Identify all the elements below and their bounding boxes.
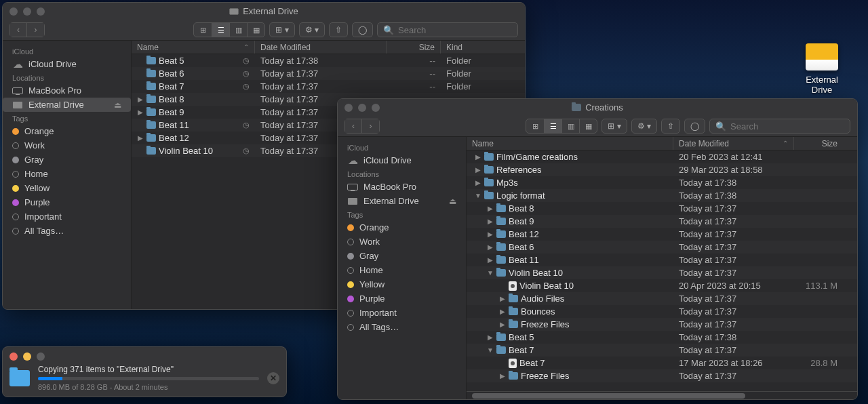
window-close-button[interactable] — [9, 7, 18, 16]
sidebar-all-tags[interactable]: All Tags… — [338, 320, 466, 334]
sidebar-tag-yellow[interactable]: Yellow — [3, 181, 131, 195]
table-row[interactable]: ▶Freeze FilesToday at 17:37 — [467, 369, 857, 382]
window-zoom-button[interactable] — [37, 7, 45, 16]
table-row[interactable]: ▼Violin Beat 10Today at 17:37 — [467, 266, 857, 279]
disclosure-icon[interactable]: ▼ — [487, 346, 494, 354]
search-field[interactable]: 🔍 — [709, 119, 850, 134]
back-button[interactable]: ‹ — [344, 119, 362, 134]
sidebar-all-tags[interactable]: All Tags… — [3, 224, 131, 238]
table-row[interactable]: ▶References29 Mar 2023 at 18:58 — [467, 163, 857, 176]
col-date[interactable]: Date Modified — [255, 41, 387, 54]
window-zoom-button[interactable] — [37, 352, 45, 361]
sidebar-tag-yellow[interactable]: Yellow — [338, 277, 466, 291]
sidebar-item-icloud-drive[interactable]: iCloud Drive — [338, 153, 466, 167]
window-zoom-button[interactable] — [372, 104, 380, 112]
table-row[interactable]: Violin Beat 1020 Apr 2023 at 20:15113.1 … — [467, 279, 857, 292]
sidebar-tag-home[interactable]: Home — [3, 167, 131, 181]
column-view-button[interactable]: ▥ — [561, 119, 579, 133]
disclosure-icon[interactable]: ▶ — [137, 108, 144, 116]
disclosure-icon[interactable]: ▶ — [487, 334, 494, 341]
sidebar-item-icloud-drive[interactable]: iCloud Drive — [3, 57, 131, 71]
window-minimize-button[interactable] — [358, 104, 366, 112]
table-row[interactable]: ▶Mp3sToday at 17:38 — [467, 176, 857, 189]
action-button[interactable]: ⚙ ▾ — [299, 22, 325, 37]
desktop-drive-icon[interactable]: External Drive — [797, 43, 846, 95]
table-row[interactable]: ▶Audio FilesToday at 17:37 — [467, 292, 857, 305]
disclosure-icon[interactable]: ▶ — [475, 166, 481, 174]
sidebar-tag-gray[interactable]: Gray — [3, 153, 131, 167]
table-row[interactable]: ▶BouncesToday at 17:37 — [467, 305, 857, 318]
window-close-button[interactable] — [344, 104, 353, 112]
icon-view-button[interactable]: ⊞ — [194, 23, 212, 37]
disclosure-icon[interactable]: ▶ — [499, 372, 506, 380]
sidebar-item-external-drive[interactable]: External Drive⏏ — [3, 98, 131, 112]
col-date[interactable]: Date Modified⌃ — [673, 137, 794, 150]
table-row[interactable]: ▼Beat 7Today at 17:37 — [467, 344, 857, 357]
table-row[interactable]: ▶Freeze FilesToday at 17:37 — [467, 318, 857, 331]
icon-view-button[interactable]: ⊞ — [526, 119, 544, 133]
table-row[interactable]: ▶Beat 11Today at 17:37 — [467, 254, 857, 266]
eject-icon[interactable]: ⏏ — [114, 100, 121, 110]
sidebar-tag-important[interactable]: Important — [338, 306, 466, 320]
view-switcher[interactable]: ⊞ ☰ ▥ ▦ — [193, 22, 265, 37]
cancel-button[interactable]: ✕ — [267, 372, 279, 384]
sidebar-tag-gray[interactable]: Gray — [338, 249, 466, 263]
share-button[interactable]: ⇧ — [661, 119, 680, 134]
scrollbar-thumb[interactable] — [472, 393, 745, 399]
col-kind[interactable]: Kind — [441, 41, 525, 54]
table-row[interactable]: Beat 6◷Today at 17:37--Folder — [132, 67, 525, 80]
sidebar-item-macbook[interactable]: MacBook Pro — [3, 83, 131, 98]
disclosure-icon[interactable]: ▶ — [499, 321, 506, 328]
forward-button[interactable]: › — [362, 119, 380, 134]
list-view-button[interactable]: ☰ — [212, 23, 229, 37]
table-row[interactable]: ▶Beat 8Today at 17:37 — [467, 202, 857, 215]
disclosure-icon[interactable]: ▶ — [475, 179, 481, 186]
col-size[interactable]: Size — [387, 41, 441, 54]
col-size[interactable]: Size — [794, 137, 843, 150]
gallery-view-button[interactable]: ▦ — [579, 119, 597, 133]
window-minimize-button[interactable] — [23, 352, 31, 361]
table-row[interactable]: ▶Film/Game creations20 Feb 2023 at 12:41 — [467, 150, 857, 163]
sidebar-item-external-drive[interactable]: External Drive⏏ — [338, 194, 466, 208]
table-row[interactable]: ▶Beat 6Today at 17:37 — [467, 241, 857, 254]
horizontal-scrollbar[interactable] — [467, 391, 857, 399]
table-row[interactable]: ▼Logic formatToday at 17:38 — [467, 189, 857, 202]
disclosure-icon[interactable]: ▶ — [475, 153, 481, 161]
share-button[interactable]: ⇧ — [329, 22, 348, 37]
action-button[interactable]: ⚙ ▾ — [631, 119, 657, 134]
col-name[interactable]: Name — [467, 137, 673, 150]
tags-button[interactable]: ◯ — [684, 119, 705, 134]
search-field[interactable]: 🔍 — [377, 22, 518, 37]
disclosure-icon[interactable]: ▶ — [487, 205, 494, 212]
disclosure-icon[interactable]: ▶ — [499, 308, 506, 315]
group-button[interactable]: ⊞ ▾ — [601, 119, 627, 134]
sidebar-tag-work[interactable]: Work — [3, 138, 131, 153]
disclosure-icon[interactable]: ▼ — [487, 269, 494, 277]
table-row[interactable]: ▶Beat 12Today at 17:37 — [467, 228, 857, 241]
sidebar-tag-home[interactable]: Home — [338, 263, 466, 277]
sidebar-tag-important[interactable]: Important — [3, 209, 131, 224]
sidebar-item-macbook[interactable]: MacBook Pro — [338, 180, 466, 194]
sidebar-tag-orange[interactable]: Orange — [338, 220, 466, 235]
disclosure-icon[interactable]: ▶ — [487, 218, 494, 225]
window-close-button[interactable] — [9, 352, 18, 361]
back-button[interactable]: ‹ — [9, 22, 27, 37]
sidebar-tag-orange[interactable]: Orange — [3, 124, 131, 138]
disclosure-icon[interactable]: ▶ — [487, 230, 494, 238]
sidebar-tag-purple[interactable]: Purple — [3, 195, 131, 209]
eject-icon[interactable]: ⏏ — [449, 197, 456, 206]
list-view-button[interactable]: ☰ — [544, 119, 561, 133]
table-row[interactable]: Beat 717 Mar 2023 at 18:2628.8 M — [467, 357, 857, 369]
window-minimize-button[interactable] — [23, 7, 31, 16]
gallery-view-button[interactable]: ▦ — [247, 23, 264, 37]
disclosure-icon[interactable]: ▶ — [137, 134, 144, 142]
table-row[interactable]: Beat 5◷Today at 17:38--Folder — [132, 54, 525, 67]
table-row[interactable]: ▶Beat 5Today at 17:38 — [467, 331, 857, 344]
forward-button[interactable]: › — [27, 22, 45, 37]
table-row[interactable]: Beat 7◷Today at 17:37--Folder — [132, 80, 525, 93]
group-button[interactable]: ⊞ ▾ — [269, 22, 294, 37]
disclosure-icon[interactable]: ▶ — [487, 256, 494, 264]
disclosure-icon[interactable]: ▶ — [499, 295, 506, 302]
tags-button[interactable]: ◯ — [352, 22, 373, 37]
disclosure-icon[interactable]: ▶ — [137, 96, 144, 103]
